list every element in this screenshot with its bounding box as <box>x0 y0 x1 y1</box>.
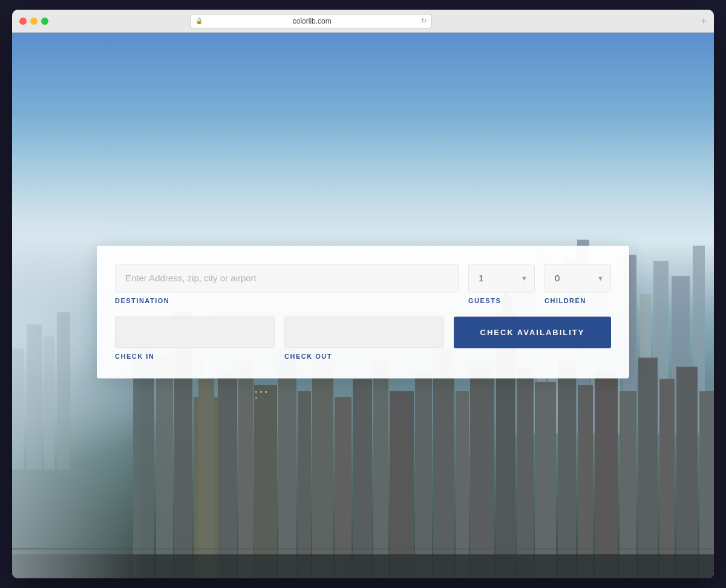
svg-rect-28 <box>298 391 311 578</box>
svg-rect-30 <box>335 397 352 578</box>
svg-rect-37 <box>470 367 494 578</box>
svg-rect-41 <box>517 367 534 578</box>
svg-rect-24 <box>218 373 237 578</box>
svg-rect-45 <box>595 373 618 578</box>
svg-rect-32 <box>373 361 388 578</box>
lock-icon: 🔒 <box>195 18 203 24</box>
svg-rect-59 <box>260 391 262 393</box>
check-availability-button[interactable]: CHECK AVAILABILITY <box>454 316 611 348</box>
svg-rect-47 <box>638 358 658 578</box>
checkin-input[interactable] <box>115 316 275 348</box>
destination-input[interactable] <box>115 264 459 292</box>
search-card: DESTINATION 1 2 3 4 5 ▼ GUESTS <box>97 246 629 378</box>
svg-rect-29 <box>312 367 333 578</box>
checkin-label: CHECK IN <box>115 353 275 360</box>
svg-rect-33 <box>390 391 414 578</box>
browser-content: DESTINATION 1 2 3 4 5 ▼ GUESTS <box>12 33 714 578</box>
svg-rect-60 <box>265 391 267 393</box>
close-button[interactable] <box>19 18 27 25</box>
svg-rect-58 <box>255 391 257 393</box>
svg-rect-46 <box>620 391 636 578</box>
children-select[interactable]: 0 1 2 3 4 <box>544 264 611 292</box>
destination-field-group: DESTINATION <box>115 264 459 304</box>
reload-icon[interactable]: ↻ <box>421 17 427 25</box>
guests-select-wrapper: 1 2 3 4 5 ▼ <box>468 264 535 292</box>
new-tab-icon[interactable]: + <box>701 16 707 27</box>
destination-label: DESTINATION <box>115 297 459 304</box>
checkout-label: CHECK OUT <box>284 353 444 360</box>
children-select-wrapper: 0 1 2 3 4 ▼ <box>544 264 611 292</box>
svg-rect-25 <box>238 361 253 578</box>
svg-rect-36 <box>456 391 469 578</box>
address-text: colorlib.com <box>206 17 417 25</box>
form-row-2: CHECK IN CHECK OUT CHECK AVAILABILITY <box>115 316 611 360</box>
children-label: CHILDREN <box>544 297 611 304</box>
checkin-field-group: CHECK IN <box>115 316 275 360</box>
form-row-1: DESTINATION 1 2 3 4 5 ▼ GUESTS <box>115 264 611 304</box>
maximize-button[interactable] <box>41 18 48 25</box>
guests-label: GUESTS <box>468 297 535 304</box>
svg-rect-49 <box>676 367 698 578</box>
svg-rect-27 <box>278 348 296 578</box>
minimize-button[interactable] <box>30 18 38 25</box>
svg-rect-43 <box>558 361 576 578</box>
guests-select[interactable]: 1 2 3 4 5 <box>468 264 535 292</box>
svg-rect-34 <box>415 373 432 578</box>
svg-rect-50 <box>699 391 714 578</box>
svg-rect-61 <box>255 397 257 399</box>
children-field-group: 0 1 2 3 4 ▼ CHILDREN <box>544 264 611 304</box>
checkout-input[interactable] <box>284 316 444 348</box>
address-bar[interactable]: 🔒 colorlib.com ↻ <box>190 14 432 28</box>
svg-rect-35 <box>433 348 454 578</box>
traffic-lights <box>19 18 48 25</box>
browser-chrome: 🔒 colorlib.com ↻ + <box>12 10 714 33</box>
svg-rect-66 <box>12 548 714 549</box>
guests-field-group: 1 2 3 4 5 ▼ GUESTS <box>468 264 535 304</box>
svg-rect-18 <box>156 354 173 578</box>
browser-window: 🔒 colorlib.com ↻ + <box>12 10 714 578</box>
action-field-group: CHECK AVAILABILITY <box>454 316 611 348</box>
checkout-field-group: CHECK OUT <box>284 316 444 360</box>
